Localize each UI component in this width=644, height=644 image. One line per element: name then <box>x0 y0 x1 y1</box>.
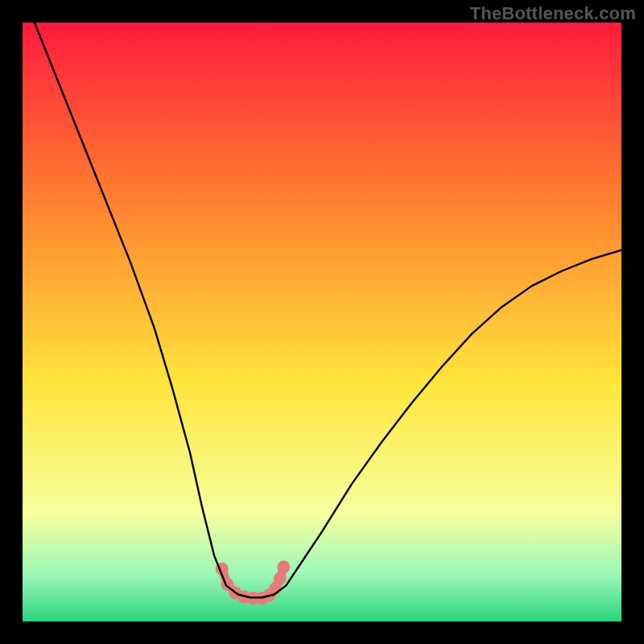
watermark-text: TheBottleneck.com <box>470 3 636 24</box>
bottleneck-chart <box>23 23 621 621</box>
chart-frame: { "watermark": "TheBottleneck.com", "lay… <box>0 0 644 644</box>
data-marker-dot <box>274 572 287 584</box>
data-marker-dot <box>277 560 290 573</box>
